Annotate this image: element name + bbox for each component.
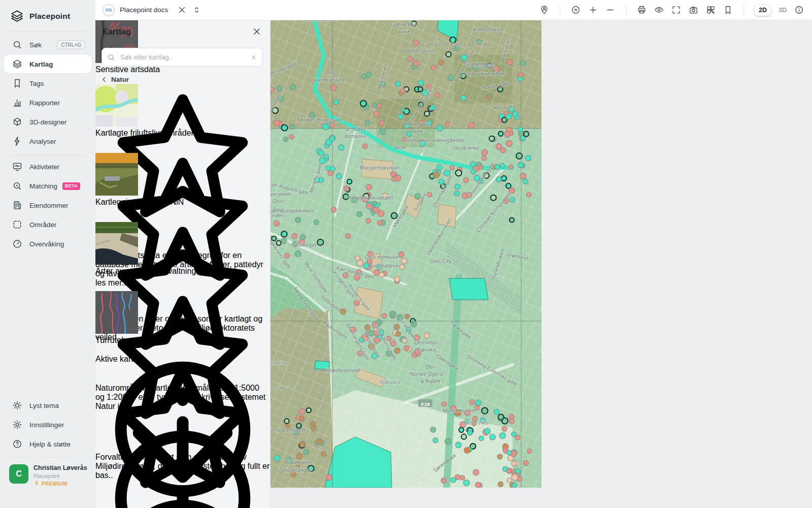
sun-icon bbox=[12, 400, 22, 410]
bookmark-icon[interactable] bbox=[723, 5, 733, 15]
panel-close-icon[interactable] bbox=[252, 26, 262, 37]
plus-icon[interactable] bbox=[588, 5, 598, 15]
search-icon bbox=[12, 40, 22, 50]
printer-icon[interactable] bbox=[637, 5, 647, 15]
cube-icon bbox=[12, 117, 22, 127]
svg-text:Fiskehallen: Fiskehallen bbox=[285, 460, 312, 465]
divider bbox=[626, 6, 626, 14]
svg-text:Margaretakyrkan: Margaretakyrkan bbox=[360, 165, 399, 171]
sidebar-item-label: Lyst tema bbox=[29, 402, 59, 409]
svg-text:skole: skole bbox=[411, 129, 423, 134]
close-document-icon[interactable] bbox=[177, 5, 187, 15]
fullscreen-icon[interactable] bbox=[671, 5, 681, 15]
sidebar-item-matching[interactable]: MatchingBETA bbox=[4, 177, 91, 195]
compass-icon[interactable]: N bbox=[571, 5, 581, 15]
panel-title: Kartlag bbox=[102, 27, 131, 37]
svg-text:Deichman: Deichman bbox=[415, 340, 438, 345]
gauge-icon bbox=[12, 239, 22, 249]
medal-icon bbox=[33, 480, 40, 487]
svg-text:Jacob kirke: Jacob kirke bbox=[453, 145, 480, 151]
user-profile[interactable]: C Christian Løverås Placepoint PREMIUM bbox=[9, 464, 87, 487]
svg-text:Norske Opera: Norske Opera bbox=[410, 371, 443, 377]
tag-icon bbox=[12, 78, 22, 88]
svg-text:kirke: kirke bbox=[399, 29, 410, 35]
svg-text:Dalsbergstien: Dalsbergstien bbox=[402, 48, 435, 54]
svg-text:Vippetangen: Vippetangen bbox=[283, 467, 312, 473]
document-switcher-icon[interactable] bbox=[192, 5, 201, 15]
divider bbox=[10, 457, 85, 458]
bolt-icon bbox=[12, 136, 22, 146]
svg-text:N: N bbox=[574, 8, 577, 12]
camera-icon[interactable] bbox=[689, 5, 698, 15]
area-icon bbox=[12, 219, 22, 230]
sidebar-item-label: Kartlag bbox=[29, 60, 53, 68]
sidebar-item-label: Rapporter bbox=[29, 99, 60, 107]
document-chip[interactable]: PD bbox=[103, 4, 115, 16]
svg-text:skole: skole bbox=[394, 145, 406, 150]
sidebar-item-rapporter[interactable]: Rapporter bbox=[4, 93, 91, 112]
divider bbox=[10, 31, 85, 32]
svg-text:i Oslo: i Oslo bbox=[270, 199, 284, 204]
user-org: Placepoint bbox=[33, 472, 87, 480]
sidebar-item-label: Aktiviteter bbox=[29, 163, 59, 171]
svg-text:E18: E18 bbox=[421, 401, 430, 407]
sidebar-item-analyser[interactable]: Analyser bbox=[4, 132, 91, 150]
help-icon bbox=[12, 439, 22, 449]
minus-icon[interactable] bbox=[605, 5, 615, 15]
person-pin-icon[interactable] bbox=[539, 5, 549, 15]
sidebar-item-tags[interactable]: Tags bbox=[4, 74, 91, 92]
svg-text:festning: festning bbox=[269, 360, 288, 366]
topbar: PD Placepoint docs N2D3D bbox=[95, 0, 812, 20]
placepoint-logo-icon bbox=[10, 9, 24, 23]
qr-icon[interactable] bbox=[706, 5, 716, 15]
active-layer-row: Arter av nasjonal forvaltningsinteresse … bbox=[95, 364, 270, 508]
gear-icon bbox=[12, 420, 22, 430]
sidebar-item-kartlag[interactable]: Kartlag bbox=[4, 55, 91, 73]
shortcut-badge: CTRL+G bbox=[57, 40, 85, 49]
svg-text:Militærhospitalet: Militærhospitalet bbox=[322, 368, 360, 373]
svg-text:Munchmuseet: Munchmuseet bbox=[443, 408, 476, 414]
svg-text:Oslo City: Oslo City bbox=[430, 259, 452, 264]
sidebar-item-label: Områder bbox=[29, 221, 56, 229]
svg-text:Forsvarsmuseet: Forsvarsmuseet bbox=[268, 427, 306, 433]
clear-search-icon[interactable] bbox=[250, 54, 257, 61]
layer-search-input[interactable] bbox=[119, 53, 250, 61]
svg-text:Bispevika: Bispevika bbox=[464, 420, 488, 426]
document-title[interactable]: Placepoint docs bbox=[120, 6, 168, 14]
sidebar-item-hjelp-st-tte[interactable]: Hjelp & støtte bbox=[4, 435, 91, 453]
chevron-left-icon bbox=[100, 76, 108, 83]
sidebar-item-lyst-tema[interactable]: Lyst tema bbox=[4, 396, 91, 415]
svg-text:GRÜNERLØKKA: GRÜNERLØKKA bbox=[422, 41, 496, 48]
match-icon bbox=[12, 181, 22, 191]
avatar: C bbox=[9, 464, 28, 484]
sidebar-item-omr-der[interactable]: Områder bbox=[4, 215, 91, 234]
sidebar-item-label: 3D-designer bbox=[29, 118, 67, 126]
sidebar-item-eiendommer[interactable]: Eiendommer bbox=[4, 196, 91, 214]
breadcrumb-back[interactable]: Natur bbox=[100, 76, 129, 83]
sidebar-item-s-k[interactable]: SøkCTRL+G bbox=[4, 36, 91, 54]
info-icon[interactable] bbox=[794, 5, 804, 15]
sidebar-item-label: Overvåking bbox=[29, 240, 64, 248]
svg-text:Møllergata: Møllergata bbox=[404, 121, 429, 127]
sidebar-item-aktiviteter[interactable]: Aktiviteter bbox=[4, 157, 91, 176]
svg-text:Den: Den bbox=[425, 364, 435, 370]
view-2d-button[interactable]: 2D bbox=[755, 5, 771, 16]
svg-text:& Ballett: & Ballett bbox=[421, 378, 441, 384]
eye-icon[interactable] bbox=[654, 5, 664, 15]
svg-text:storbyuniversitetet: storbyuniversitetet bbox=[463, 71, 506, 77]
beta-badge: BETA bbox=[62, 182, 80, 190]
sidebar-item-label: Eiendommer bbox=[29, 202, 69, 209]
sidebar-item-label: Innstillinger bbox=[29, 421, 64, 429]
active-layers-section: Aktive kartlag Arter av nasjonal forvalt… bbox=[95, 355, 270, 508]
view-3d-button[interactable]: 3D bbox=[779, 7, 787, 14]
brand: Placepoint bbox=[10, 9, 70, 23]
layers-icon bbox=[12, 59, 22, 69]
divider bbox=[560, 6, 560, 14]
sidebar-item-overv-king[interactable]: Overvåking bbox=[4, 235, 91, 253]
sidebar-item-3d-designer[interactable]: 3D-designer bbox=[4, 113, 91, 131]
svg-text:katedralskole: katedralskole bbox=[314, 77, 345, 83]
search-icon bbox=[107, 53, 115, 61]
svg-text:Kofoed skole: Kofoed skole bbox=[473, 27, 503, 33]
sidebar-item-innstillinger[interactable]: Innstillinger bbox=[4, 416, 91, 434]
svg-text:Gamle Aker: Gamle Aker bbox=[391, 22, 419, 27]
